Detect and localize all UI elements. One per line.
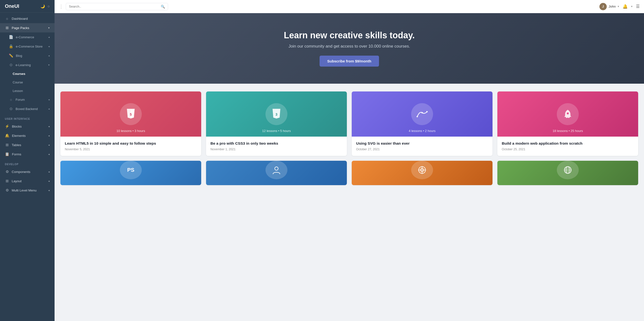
elements-chevron: ◂ [48, 134, 50, 137]
sidebar-item-dashboard[interactable]: ○ Dashboard [0, 14, 54, 23]
card-icon-target [411, 161, 433, 179]
section-label-ui: USER INTERFACE [0, 113, 54, 122]
sidebar-item-layout[interactable]: ⊞ Layout ◂ [0, 176, 54, 186]
sidebar-item-tables[interactable]: ⊞ Tables ◂ [0, 140, 54, 149]
sidebar-item-lesson[interactable]: Lesson [0, 87, 54, 95]
elements-icon: 🔔 [5, 133, 10, 138]
lessons-count-css3: 12 lessons • 5 hours [262, 129, 290, 133]
cards-section: 5 10 lessons • 3 hours Learn HTML5 in 10… [54, 84, 644, 198]
card-icon-ps: PS [120, 161, 142, 179]
course-card-ps[interactable]: PS [60, 161, 201, 185]
sidebar-item-ecommerce-store[interactable]: 🔒 e-Commerce Store ◂ [0, 42, 54, 51]
card-banner-user [206, 161, 347, 185]
sidebar-item-blog[interactable]: ✏️ Blog ◂ [0, 51, 54, 60]
course-card-webapp[interactable]: 18 lessons • 25 hours Build a modern web… [497, 91, 638, 156]
ecommerce-chevron: ◂ [48, 36, 50, 39]
card-icon-user [266, 161, 288, 179]
course-card-html5[interactable]: 5 10 lessons • 3 hours Learn HTML5 in 10… [60, 91, 201, 156]
sidebar-item-page-packs[interactable]: ⊞ Page Packs ▾ [0, 23, 54, 33]
cards-grid-row2: PS [60, 161, 638, 185]
multi-level-chevron: ◂ [48, 189, 50, 192]
dark-mode-icon[interactable]: 🌙 [40, 4, 45, 9]
header-right: J John ▾ 🔔 ▾ ☰ [600, 3, 640, 10]
sidebar-item-forum[interactable]: ○ Forum ◂ [0, 95, 54, 104]
cards-grid-row1: 5 10 lessons • 3 hours Learn HTML5 in 10… [60, 91, 638, 156]
search-icon: 🔍 [161, 5, 165, 9]
course-card-user[interactable] [206, 161, 347, 185]
sidebar-item-elearning[interactable]: ⊙ e-Learning ▾ [0, 60, 54, 70]
card-icon-svg [411, 103, 433, 125]
card-banner-globe [497, 161, 638, 185]
card-date-svg: October 27, 2021 [356, 147, 488, 151]
header: ⋮ 🔍 J John ▾ 🔔 ▾ ☰ [54, 0, 644, 13]
svg-point-2 [416, 116, 418, 117]
user-badge[interactable]: J John ▾ [600, 3, 619, 10]
header-dots-icon[interactable]: ⋮ [59, 4, 63, 9]
lessons-count-html5: 10 lessons • 3 hours [116, 129, 145, 133]
card-body-css3: Be a pro with CSS3 in only two weeks Nov… [206, 137, 347, 156]
avatar: J [600, 3, 607, 10]
card-icon-css3: 3 [266, 103, 288, 125]
blog-icon: ✏️ [9, 53, 14, 58]
circle-icon[interactable]: ○ [48, 4, 50, 9]
card-date-webapp: October 25, 2021 [502, 147, 634, 151]
user-chevron-icon: ▾ [618, 5, 619, 8]
sidebar-item-courses[interactable]: Courses [0, 70, 54, 78]
course-card-css3[interactable]: 3 12 lessons • 5 hours Be a pro with CSS… [206, 91, 347, 156]
tables-chevron: ◂ [48, 143, 50, 146]
sidebar-item-course[interactable]: Course [0, 78, 54, 87]
ecommerce-store-icon: 🔒 [9, 44, 14, 49]
card-meta-webapp: 18 lessons • 25 hours [553, 129, 583, 133]
sidebar-item-blocks[interactable]: ⚡ Blocks ◂ [0, 122, 54, 131]
ecommerce-icon: 📄 [9, 35, 14, 39]
card-icon-globe [557, 161, 579, 179]
menu-hamburger-icon[interactable]: ☰ [636, 4, 640, 9]
card-body-webapp: Build a modern web application from scra… [497, 137, 638, 156]
card-date-html5: November 5, 2021 [65, 147, 197, 151]
svg-point-5 [567, 112, 569, 114]
elearning-chevron: ▾ [48, 63, 50, 67]
search-bar: 🔍 [66, 3, 168, 10]
sidebar-item-elements[interactable]: 🔔 Elements ◂ [0, 131, 54, 140]
svg-text:3: 3 [276, 112, 278, 116]
card-meta-svg: 4 lessons • 2 hours [409, 129, 436, 133]
card-banner-ps: PS [60, 161, 201, 185]
layout-icon: ⊞ [5, 179, 9, 183]
notification-icon[interactable]: 🔔 [622, 4, 628, 9]
card-icon-html5: 5 [120, 103, 142, 125]
page-packs-icon: ⊞ [5, 26, 9, 30]
boxed-backend-chevron: ◂ [48, 107, 50, 110]
card-date-css3: November 1, 2021 [210, 147, 342, 151]
card-title-html5: Learn HTML5 in 10 simple and easy to fol… [65, 141, 197, 146]
course-card-target[interactable] [352, 161, 492, 185]
card-banner-css3: 3 12 lessons • 5 hours [206, 91, 347, 137]
card-banner-webapp: 18 lessons • 25 hours [497, 91, 638, 137]
subscribe-button[interactable]: Subscribe from $9/month [320, 56, 379, 67]
elearning-icon: ⊙ [9, 63, 13, 67]
card-meta-css3: 12 lessons • 5 hours [262, 129, 290, 133]
sidebar-logo: OneUI 🌙 ○ [0, 0, 54, 13]
forms-icon: 📋 [5, 152, 10, 156]
card-body-svg: Using SVG is easier than ever October 27… [352, 137, 492, 156]
hero-section: Learn new creative skills today. Join ou… [54, 13, 644, 84]
sidebar-item-multi-level-menu[interactable]: ⚙ Multi Level Menu ◂ [0, 186, 54, 195]
svg-point-3 [426, 111, 428, 112]
svg-point-4 [422, 112, 423, 113]
sidebar-item-components[interactable]: ⚙ Components ◂ [0, 167, 54, 176]
course-card-globe[interactable] [497, 161, 638, 185]
sidebar-nav: ○ Dashboard ⊞ Page Packs ▾ 📄 e-Commerce … [0, 13, 54, 321]
sidebar-item-forms[interactable]: 📋 Forms ◂ [0, 149, 54, 159]
boxed-backend-icon: ⊙ [9, 107, 13, 111]
lessons-count-webapp: 18 lessons • 25 hours [553, 129, 583, 133]
components-icon: ⚙ [5, 170, 9, 174]
course-card-svg[interactable]: 4 lessons • 2 hours Using SVG is easier … [352, 91, 492, 156]
card-title-webapp: Build a modern web application from scra… [502, 141, 634, 146]
search-input[interactable] [69, 5, 159, 8]
tables-icon: ⊞ [5, 143, 9, 147]
sidebar: OneUI 🌙 ○ ○ Dashboard ⊞ Page Packs ▾ 📄 e… [0, 0, 54, 321]
sidebar-item-boxed-backend[interactable]: ⊙ Boxed Backend ◂ [0, 104, 54, 113]
main-area: ⋮ 🔍 J John ▾ 🔔 ▾ ☰ Learn new creative sk… [54, 0, 644, 321]
sidebar-item-ecommerce[interactable]: 📄 e-Commerce ◂ [0, 33, 54, 42]
card-banner-target [352, 161, 492, 185]
card-title-css3: Be a pro with CSS3 in only two weeks [210, 141, 342, 146]
